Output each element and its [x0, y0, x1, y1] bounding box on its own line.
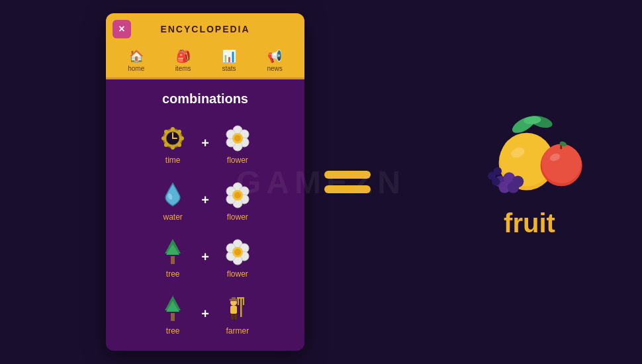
combo-item-flower-3: flower: [214, 235, 261, 279]
close-button[interactable]: ×: [113, 20, 131, 38]
svg-point-39: [234, 249, 241, 255]
home-icon: 🏠: [129, 49, 144, 64]
svg-point-5: [177, 130, 181, 134]
panel-header: × ENCYCLOPEDIA: [106, 13, 304, 45]
water-label: water: [163, 212, 182, 222]
tree-icon-2: [157, 292, 189, 324]
combo-item-flower-2: flower: [214, 178, 261, 222]
farmer-icon-2: [157, 349, 189, 351]
svg-point-28: [234, 192, 241, 199]
news-icon: 📢: [267, 49, 282, 64]
nav-news[interactable]: 📢 news: [267, 49, 282, 72]
result-label: fruit: [504, 208, 555, 238]
svg-rect-50: [230, 306, 237, 314]
flower-label-2: flower: [227, 212, 248, 222]
flower-icon-3: [222, 235, 253, 267]
combo-row-3: tree + flower: [106, 228, 304, 285]
flower-icon-2: [222, 178, 253, 210]
combo-item-tree-2: tree: [150, 292, 196, 336]
svg-point-8: [171, 146, 175, 150]
equals-container: [324, 171, 371, 193]
farmer-icon-1: [222, 292, 253, 324]
close-icon: ×: [118, 23, 124, 35]
items-icon: 🎒: [176, 49, 191, 64]
svg-point-89: [494, 167, 502, 175]
tree-icon-1: [157, 235, 189, 267]
stats-icon: 📊: [222, 49, 236, 64]
farmer-label-1: farmer: [226, 326, 250, 336]
svg-rect-40: [171, 313, 175, 321]
combo-item-water: water: [150, 178, 196, 222]
plus-sign-4: +: [201, 306, 209, 322]
svg-point-19: [234, 135, 241, 142]
equals-bar-top: [324, 171, 371, 179]
svg-point-10: [161, 136, 165, 140]
fruit-cluster-icon: [470, 113, 589, 206]
svg-rect-52: [234, 314, 237, 320]
svg-rect-29: [171, 256, 175, 264]
svg-rect-51: [231, 314, 234, 320]
orchard-icon: [222, 349, 253, 351]
time-label: time: [165, 156, 181, 165]
combo-item-orchard: orchard: [214, 349, 261, 351]
plus-sign-3: +: [201, 250, 209, 265]
svg-rect-46: [237, 297, 244, 299]
panel-content: combinations: [106, 79, 304, 351]
combo-item-farmer-2: farmer: [150, 349, 196, 351]
svg-rect-43: [240, 297, 242, 317]
nav-news-label: news: [267, 65, 282, 72]
svg-point-87: [508, 181, 520, 193]
combo-row-2: water + flower: [106, 171, 304, 228]
svg-point-9: [164, 143, 168, 147]
combo-item-tree-1: tree: [150, 235, 196, 279]
time-icon: [157, 121, 189, 153]
svg-point-4: [171, 127, 175, 131]
svg-point-79: [541, 144, 581, 183]
combo-row-5: farmer +: [106, 342, 304, 351]
svg-point-11: [164, 130, 168, 134]
tree-label-2: tree: [166, 326, 180, 336]
section-title: combinations: [106, 86, 304, 114]
combo-row-4: tree +: [106, 285, 304, 342]
nav-stats[interactable]: 📊 stats: [222, 49, 236, 72]
panel-title: ENCYCLOPEDIA: [160, 24, 250, 34]
svg-point-7: [177, 143, 181, 147]
nav-home-label: home: [128, 65, 144, 72]
flower-label-3: flower: [227, 269, 248, 279]
result-container: fruit: [470, 113, 589, 238]
nav-stats-label: stats: [222, 65, 236, 72]
plus-sign-1: +: [201, 136, 209, 151]
nav-home[interactable]: 🏠 home: [128, 49, 144, 72]
equals-bar-bottom: [324, 185, 371, 193]
nav-items-label: items: [175, 65, 191, 72]
svg-point-6: [180, 136, 184, 140]
tree-label-1: tree: [166, 269, 180, 279]
combo-item-time: time: [150, 121, 196, 165]
combo-row-1: time + flower: [106, 114, 304, 171]
plus-sign-2: +: [201, 193, 209, 208]
svg-rect-49: [232, 297, 236, 300]
water-icon: [157, 178, 189, 210]
flower-icon-1: [222, 121, 253, 153]
nav-items[interactable]: 🎒 items: [175, 49, 191, 72]
encyclopedia-panel: × ENCYCLOPEDIA 🏠 home 🎒 items 📊 stats 📢 …: [106, 13, 304, 351]
combo-item-farmer-1: farmer: [214, 292, 261, 336]
svg-point-90: [492, 177, 500, 185]
nav-bar: 🏠 home 🎒 items 📊 stats 📢 news: [106, 45, 304, 79]
combo-item-flower-1: flower: [214, 121, 261, 165]
flower-label-1: flower: [227, 156, 248, 165]
combo-list: time + flower: [106, 114, 304, 351]
